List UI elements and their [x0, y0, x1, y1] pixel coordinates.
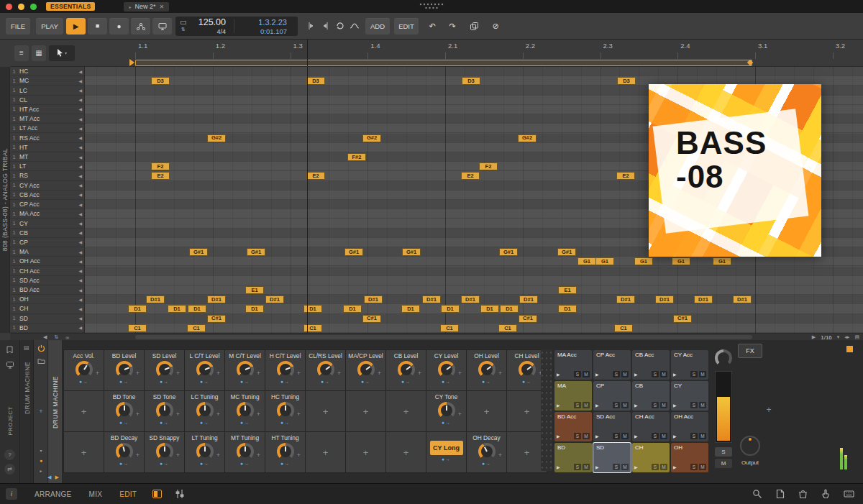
- knob-ht-tuning[interactable]: [277, 443, 294, 460]
- remote-controls-icon[interactable]: ●: [36, 455, 46, 465]
- scroll-right-icon[interactable]: ▶: [812, 334, 816, 340]
- search-icon[interactable]: [752, 489, 762, 499]
- pad-mute-button[interactable]: M: [699, 371, 706, 377]
- track-row[interactable]: 1CP Acc◀: [10, 200, 85, 209]
- pad-solo-button[interactable]: S: [613, 371, 620, 377]
- view-arrange[interactable]: ARRANGE: [35, 490, 72, 498]
- pad-play-icon[interactable]: ▶: [634, 434, 650, 439]
- automation-follow-button[interactable]: [131, 18, 150, 35]
- pad-solo-button[interactable]: S: [652, 371, 659, 377]
- midi-note[interactable]: D1: [188, 305, 206, 313]
- knob-ma-cp-level[interactable]: [357, 361, 375, 378]
- device-nav-icon[interactable]: ▸: [36, 465, 46, 475]
- page-left-icon[interactable]: ◀: [47, 475, 51, 480]
- pad-cp-acc[interactable]: CP Acc▶SM: [593, 350, 631, 380]
- speaker-icon[interactable]: ◀: [78, 316, 85, 321]
- tempo-display[interactable]: 125.00: [188, 17, 226, 27]
- track-row[interactable]: 1LC◀: [10, 86, 85, 95]
- midi-note[interactable]: E1: [558, 286, 577, 294]
- pad-mute-button[interactable]: M: [660, 433, 667, 439]
- view-mix[interactable]: MIX: [89, 490, 103, 498]
- add-macro-button[interactable]: +: [306, 432, 345, 472]
- midi-note[interactable]: D1: [303, 305, 322, 313]
- track-row[interactable]: 1OH◀: [10, 295, 85, 304]
- audition-speaker-icon[interactable]: ◀: [43, 334, 47, 340]
- track-row[interactable]: 1CY◀: [10, 219, 85, 228]
- midi-note[interactable]: D1: [245, 305, 264, 313]
- punch-out-icon[interactable]: [319, 20, 332, 32]
- pad-ch[interactable]: CH▶SM: [632, 443, 670, 472]
- pad-cy[interactable]: CY▶SM: [671, 381, 708, 411]
- track-row[interactable]: 1MC◀: [10, 76, 85, 86]
- speaker-icon[interactable]: ◀: [78, 259, 85, 264]
- fit-vertical-icon[interactable]: ⇅: [54, 334, 58, 340]
- midi-note[interactable]: D#1: [616, 295, 635, 303]
- midi-note[interactable]: F#2: [347, 153, 366, 161]
- midi-note[interactable]: D1: [558, 305, 577, 313]
- pad-oh[interactable]: OH▶SM: [671, 443, 708, 472]
- controller-display-button[interactable]: [152, 18, 172, 35]
- track-row[interactable]: 1MA Acc◀: [10, 209, 85, 219]
- pad-cb-acc[interactable]: CB Acc▶SM: [632, 350, 670, 380]
- time-display[interactable]: 0:01.107: [238, 27, 287, 35]
- view-edit[interactable]: EDIT: [119, 490, 137, 498]
- knob-hc-tuning[interactable]: [277, 402, 294, 419]
- midi-note[interactable]: D1: [128, 305, 147, 313]
- record-button[interactable]: ●: [109, 18, 129, 35]
- pad-mute-button[interactable]: M: [699, 464, 706, 470]
- pad-solo-button[interactable]: S: [574, 464, 581, 470]
- tap-tempo-icon[interactable]: ⇅: [181, 27, 186, 32]
- midi-note[interactable]: D1: [168, 305, 186, 313]
- pad-sd[interactable]: SD▶SM: [593, 443, 631, 472]
- pad-solo-button[interactable]: S: [574, 402, 581, 408]
- midi-note[interactable]: G1: [595, 257, 614, 265]
- track-row[interactable]: 1MA◀: [10, 247, 85, 257]
- midi-note[interactable]: C1: [187, 324, 206, 332]
- pad-play-icon[interactable]: ▶: [557, 434, 572, 439]
- speaker-icon[interactable]: ◀: [78, 145, 85, 150]
- track-row[interactable]: 1CH Acc◀: [10, 267, 85, 276]
- pad-solo-button[interactable]: S: [690, 433, 698, 439]
- add-macro-button[interactable]: +: [64, 432, 104, 472]
- add-macro-button[interactable]: +: [306, 391, 345, 431]
- midi-note[interactable]: D#1: [422, 295, 441, 303]
- track-row[interactable]: 1SD Acc◀: [10, 276, 85, 285]
- knob-cy-tone[interactable]: [438, 402, 455, 419]
- midi-note[interactable]: E2: [151, 172, 170, 180]
- minimize-window-button[interactable]: [18, 4, 24, 10]
- add-macro-button[interactable]: +: [386, 391, 426, 431]
- pad-mute-button[interactable]: M: [583, 433, 590, 439]
- fullscreen-window-button[interactable]: [30, 4, 37, 10]
- pad-solo-button[interactable]: S: [652, 464, 659, 470]
- speaker-icon[interactable]: ◀: [78, 288, 85, 293]
- midi-note[interactable]: G#1: [189, 248, 208, 256]
- midi-note[interactable]: D1: [343, 305, 362, 313]
- pad-solo-button[interactable]: S: [690, 402, 698, 408]
- play-button[interactable]: ▶: [66, 18, 86, 35]
- speaker-icon[interactable]: ◀: [78, 221, 85, 226]
- knob-cy-level[interactable]: [438, 361, 455, 378]
- speaker-icon[interactable]: ◀: [78, 106, 85, 111]
- pad-play-icon[interactable]: ▶: [595, 434, 611, 439]
- page-right-icon[interactable]: ▶: [55, 475, 58, 480]
- pad-play-icon[interactable]: ▶: [673, 464, 689, 469]
- knob-bd-decay[interactable]: [116, 443, 133, 460]
- midi-note[interactable]: E2: [461, 172, 480, 180]
- midi-note[interactable]: G1: [577, 257, 596, 265]
- add-track-button[interactable]: ADD: [365, 18, 390, 35]
- project-tab[interactable]: ▸ New 2* ✕: [124, 2, 169, 12]
- speaker-icon[interactable]: ◀: [78, 97, 85, 102]
- add-modulator-slot-button[interactable]: +: [36, 406, 46, 416]
- play-menu-button[interactable]: PLAY: [36, 18, 63, 35]
- solo-button[interactable]: S: [715, 447, 732, 457]
- project-panel-label[interactable]: PROJECT: [7, 406, 14, 436]
- clip-color-swatch[interactable]: [846, 346, 853, 352]
- layers-icon[interactable]: ▤: [854, 334, 859, 340]
- midi-note[interactable]: D1: [401, 305, 420, 313]
- speaker-icon[interactable]: ◀: [78, 183, 85, 188]
- speaker-icon[interactable]: ◀: [78, 211, 85, 216]
- pad-mute-button[interactable]: M: [621, 464, 629, 470]
- midi-note[interactable]: D#1: [265, 295, 284, 303]
- track-row[interactable]: 1HT◀: [10, 143, 85, 152]
- midi-note[interactable]: D#1: [733, 295, 752, 303]
